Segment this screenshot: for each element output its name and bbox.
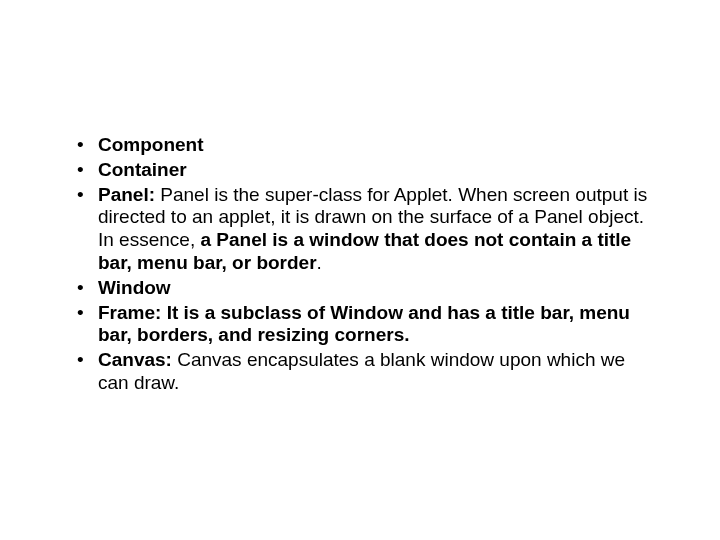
item-rest: Canvas encapsulates a blank window upon … xyxy=(98,349,625,393)
item-label: Canvas: xyxy=(98,349,172,370)
list-item: Canvas: Canvas encapsulates a blank wind… xyxy=(72,349,652,395)
list-item: Container xyxy=(72,159,652,182)
list-item: Window xyxy=(72,277,652,300)
item-rest-part3: . xyxy=(317,252,322,273)
item-label: Component xyxy=(98,134,204,155)
list-item: Panel: Panel is the super-class for Appl… xyxy=(72,184,652,275)
list-item: Component xyxy=(72,134,652,157)
item-label: Panel: xyxy=(98,184,155,205)
item-label: Frame: It is a subclass of Window and ha… xyxy=(98,302,630,346)
slide-body: Component Container Panel: Panel is the … xyxy=(72,134,652,397)
item-label: Window xyxy=(98,277,171,298)
item-label: Container xyxy=(98,159,187,180)
list-item: Frame: It is a subclass of Window and ha… xyxy=(72,302,652,348)
bullet-list: Component Container Panel: Panel is the … xyxy=(72,134,652,395)
